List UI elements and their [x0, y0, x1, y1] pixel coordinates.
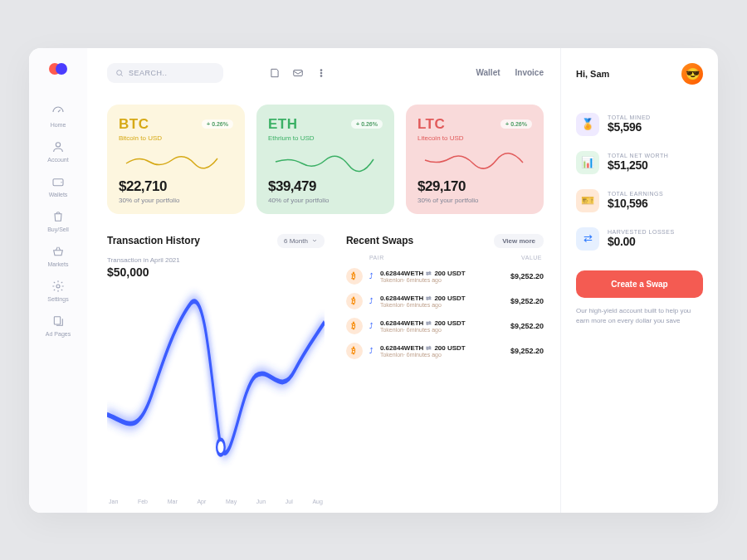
- svg-point-4: [117, 70, 122, 75]
- card-btc[interactable]: BTC+ 0.26% Bitcoin to USD $22,710 30% of…: [107, 105, 245, 214]
- svg-point-0: [56, 142, 60, 146]
- right-panel: Hi, Sam 😎 🏅TOTAL MINED$5,596 📊TOTAL NET …: [560, 48, 718, 513]
- sidebar-item-label: Settings: [47, 296, 68, 302]
- swaps-title: Recent Swaps: [346, 235, 413, 246]
- user-block: Hi, Sam 😎: [576, 63, 703, 85]
- sidebar-item-home[interactable]: Home: [46, 105, 71, 128]
- link-invoice[interactable]: Invoice: [515, 68, 544, 77]
- main-area: SEARCH.. Wallet Invoice BTC+ 0.26% Bitco…: [87, 48, 560, 513]
- change-pill: + 0.26%: [351, 119, 383, 129]
- gear-icon: [51, 279, 66, 294]
- search-placeholder: SEARCH..: [129, 69, 168, 77]
- swap-pair: 0.62844WETH⇄200 USDT: [380, 295, 504, 302]
- svg-point-6: [320, 69, 322, 71]
- sidebar-item-wallets[interactable]: Wallets: [46, 174, 71, 197]
- logo-icon: [49, 63, 67, 81]
- search-input[interactable]: SEARCH..: [107, 63, 223, 83]
- svg-point-8: [320, 75, 322, 76]
- share-icon: ⤴: [369, 322, 374, 330]
- bitcoin-icon: ₿: [346, 318, 363, 334]
- swap-pair: 0.62844WETH⇄200 USDT: [380, 319, 504, 327]
- col-pair: PAIR: [369, 255, 384, 261]
- sidebar-item-label: Account: [47, 157, 68, 163]
- gauge-icon: [51, 105, 66, 119]
- sidebar-item-account[interactable]: Account: [46, 139, 71, 163]
- mail-icon[interactable]: [291, 66, 305, 80]
- lower-section: Transaction History 6 Month Transaction …: [107, 234, 544, 504]
- swap-meta: Tokenlon· 6minutes ago: [380, 302, 504, 308]
- greeting: Hi, Sam: [576, 69, 609, 79]
- note-icon[interactable]: [268, 66, 281, 80]
- pair-label: Litecoin to USD: [417, 134, 532, 142]
- swap-value: $9,252.20: [510, 272, 544, 280]
- ticker: LTC: [417, 116, 445, 133]
- share-icon: ⤴: [369, 297, 374, 305]
- stat-networth: 📊TOTAL NET WORTH$51,250: [576, 151, 703, 174]
- swap-row[interactable]: ₿ ⤴ 0.62844WETH⇄200 USDT Tokenlon· 6minu…: [346, 264, 544, 289]
- share-icon: ⤴: [369, 272, 374, 280]
- stat-earnings: 🎫TOTAL EARNINGS$10,596: [576, 189, 703, 212]
- sidebar-item-label: Ad Pages: [46, 331, 71, 337]
- swap-row[interactable]: ₿ ⤴ 0.62844WETH⇄200 USDT Tokenlon· 6minu…: [346, 289, 544, 314]
- sidebar-item-markets[interactable]: Markets: [46, 244, 71, 267]
- avatar[interactable]: 😎: [681, 63, 703, 85]
- ticker: ETH: [268, 116, 298, 133]
- swap-value: $9,252.20: [510, 322, 544, 330]
- price: $22,710: [119, 178, 233, 195]
- user-icon: [51, 139, 66, 154]
- swap-value: $9,252.20: [510, 347, 544, 355]
- crypto-cards: BTC+ 0.26% Bitcoin to USD $22,710 30% of…: [107, 105, 544, 214]
- change-pill: + 0.26%: [202, 119, 233, 129]
- history-subtitle: Transaction in April 2021: [107, 256, 325, 264]
- period-select[interactable]: 6 Month: [277, 234, 325, 248]
- svg-point-2: [56, 285, 60, 288]
- swap-icon: ⇄: [576, 227, 599, 251]
- card-eth[interactable]: ETH+ 0.26% Ethrium to USD $39,479 40% of…: [256, 105, 394, 214]
- sidebar-item-label: Markets: [48, 261, 69, 267]
- portfolio-share: 30% of your portfolio: [417, 197, 532, 204]
- price: $29,170: [417, 178, 532, 195]
- svg-point-9: [217, 439, 225, 455]
- svg-rect-3: [54, 316, 60, 324]
- card-ltc[interactable]: LTC+ 0.26% Litecoin to USD $29,170 30% o…: [406, 105, 544, 214]
- swap-row[interactable]: ₿ ⤴ 0.62844WETH⇄200 USDT Tokenlon· 6minu…: [346, 338, 544, 363]
- search-icon: [115, 69, 124, 77]
- ticker: BTC: [119, 116, 149, 133]
- swap-row[interactable]: ₿ ⤴ 0.62844WETH⇄200 USDT Tokenlon· 6minu…: [346, 314, 544, 338]
- sidebar-item-adpages[interactable]: Ad Pages: [46, 314, 71, 337]
- swap-pair: 0.62844WETH⇄200 USDT: [380, 344, 504, 352]
- sidebar-item-buysell[interactable]: Buy/Sell: [46, 209, 71, 232]
- swap-pair: 0.62844WETH⇄200 USDT: [380, 270, 504, 277]
- bag-icon: [51, 209, 66, 224]
- sidebar: Home Account Wallets Buy/Sell Markets Se…: [29, 48, 87, 513]
- bitcoin-icon: ₿: [346, 343, 363, 359]
- ticket-icon: 🎫: [576, 189, 599, 212]
- swap-meta: Tokenlon· 6minutes ago: [380, 327, 504, 333]
- topbar-icons: [268, 66, 328, 80]
- sidebar-nav: Home Account Wallets Buy/Sell Markets Se…: [46, 105, 71, 337]
- bitcoin-icon: ₿: [346, 293, 363, 309]
- price: $39,479: [268, 178, 383, 195]
- history-amount: $50,000: [107, 265, 325, 279]
- svg-rect-5: [294, 70, 303, 75]
- swap-list: ₿ ⤴ 0.62844WETH⇄200 USDT Tokenlon· 6minu…: [346, 264, 544, 363]
- change-pill: + 0.26%: [500, 119, 532, 129]
- stat-losses: ⇄HARVESTED LOSSES$0.00: [576, 227, 703, 251]
- top-links: Wallet Invoice: [476, 68, 544, 77]
- swap-meta: Tokenlon· 6minutes ago: [380, 277, 504, 283]
- stats-list: 🏅TOTAL MINED$5,596 📊TOTAL NET WORTH$51,2…: [576, 113, 703, 251]
- view-more-button[interactable]: View more: [494, 234, 544, 248]
- chevron-down-icon: [311, 237, 318, 244]
- swap-meta: Tokenlon· 6minutes ago: [380, 352, 504, 358]
- portfolio-share: 40% of your portfolio: [268, 197, 383, 204]
- sidebar-item-settings[interactable]: Settings: [46, 279, 71, 302]
- link-wallet[interactable]: Wallet: [476, 68, 500, 77]
- transaction-history: Transaction History 6 Month Transaction …: [107, 234, 325, 504]
- pair-label: Bitcoin to USD: [119, 134, 233, 142]
- create-swap-button[interactable]: Create a Swap: [576, 270, 703, 298]
- bars-icon: 📊: [576, 151, 599, 174]
- pair-label: Ethrium to USD: [268, 134, 383, 142]
- medal-icon: 🏅: [576, 113, 599, 136]
- more-icon[interactable]: [315, 66, 328, 80]
- portfolio-share: 30% of your portfolio: [119, 197, 233, 204]
